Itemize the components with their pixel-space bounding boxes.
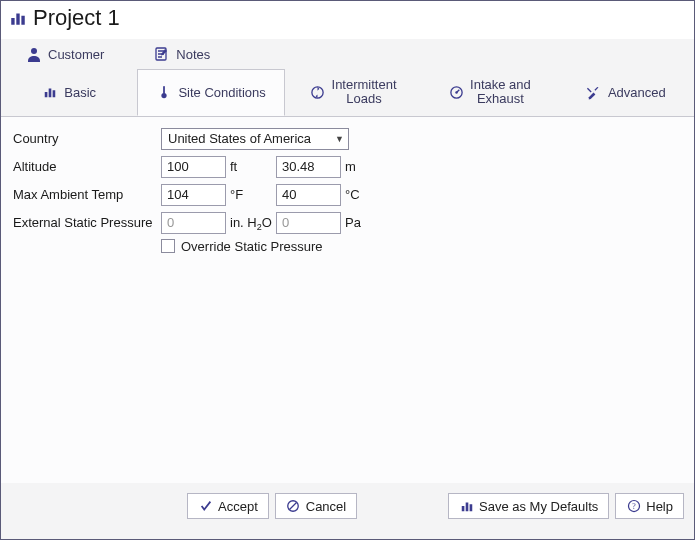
footer: Accept Cancel Save as My Defaults ? Help	[1, 483, 694, 539]
header: Project 1	[1, 1, 694, 39]
notes-icon	[154, 46, 170, 62]
tools-icon	[586, 84, 602, 100]
svg-rect-16	[469, 504, 472, 511]
unit-f: °F	[226, 187, 276, 202]
tab-intermittent-loads[interactable]: Intermittent Loads	[285, 69, 421, 116]
unit-m: m	[341, 159, 391, 174]
unit-ft: ft	[226, 159, 276, 174]
help-label: Help	[646, 499, 673, 514]
tab-notes[interactable]: Notes	[129, 39, 235, 69]
row-override: Override Static Pressure	[161, 239, 682, 254]
cancel-button[interactable]: Cancel	[275, 493, 357, 519]
tab-intake-label: Intake and Exhaust	[470, 78, 531, 107]
tab-site-conditions[interactable]: Site Conditions	[137, 69, 284, 116]
svg-rect-5	[45, 92, 48, 97]
svg-point-9	[162, 93, 167, 98]
ext-static-inh2o-input[interactable]: 0	[161, 212, 226, 234]
project-settings-window: Project 1 Customer Notes Basic	[0, 0, 695, 540]
help-icon: ?	[626, 499, 641, 514]
svg-rect-1	[16, 14, 19, 25]
tab-site-conditions-label: Site Conditions	[178, 85, 265, 100]
tab-basic-label: Basic	[64, 85, 96, 100]
person-icon	[26, 46, 42, 62]
max-ambient-f-input[interactable]: 104	[161, 184, 226, 206]
gauge-icon	[448, 84, 464, 100]
tab-advanced[interactable]: Advanced	[558, 69, 694, 116]
tab-basic[interactable]: Basic	[1, 69, 137, 116]
svg-rect-15	[465, 503, 468, 512]
country-value: United States of America	[168, 131, 311, 146]
accept-label: Accept	[218, 499, 258, 514]
svg-rect-6	[49, 89, 52, 98]
tab-notes-label: Notes	[176, 47, 210, 62]
row-altitude: Altitude 100 ft 30.48 m	[13, 155, 682, 179]
help-button[interactable]: ? Help	[615, 493, 684, 519]
altitude-m-input[interactable]: 30.48	[276, 156, 341, 178]
ext-static-pa-input[interactable]: 0	[276, 212, 341, 234]
label-altitude: Altitude	[13, 159, 161, 174]
altitude-ft-input[interactable]: 100	[161, 156, 226, 178]
svg-rect-14	[461, 506, 464, 511]
accept-button[interactable]: Accept	[187, 493, 269, 519]
save-defaults-label: Save as My Defaults	[479, 499, 598, 514]
unit-inh2o: in. H2O	[226, 215, 276, 230]
row-ext-static: External Static Pressure 0 in. H2O 0 Pa	[13, 211, 682, 235]
unit-c: °C	[341, 187, 391, 202]
bars-small-icon	[42, 84, 58, 100]
tab-advanced-label: Advanced	[608, 85, 666, 100]
page-title: Project 1	[33, 5, 120, 31]
country-select[interactable]: United States of America ▼	[161, 128, 349, 150]
svg-rect-7	[53, 91, 56, 98]
label-ext-static: External Static Pressure	[13, 215, 161, 230]
cancel-label: Cancel	[306, 499, 346, 514]
unit-pa: Pa	[341, 215, 391, 230]
tab-intake-exhaust[interactable]: Intake and Exhaust	[421, 69, 557, 116]
thermometer-icon	[156, 84, 172, 100]
override-static-label: Override Static Pressure	[181, 239, 323, 254]
check-icon	[198, 499, 213, 514]
tab-customer[interactable]: Customer	[1, 39, 129, 69]
svg-rect-0	[11, 18, 14, 25]
override-static-checkbox[interactable]	[161, 239, 175, 253]
cycle-icon	[310, 84, 326, 100]
max-ambient-c-input[interactable]: 40	[276, 184, 341, 206]
label-country: Country	[13, 131, 161, 146]
bars-save-icon	[459, 499, 474, 514]
svg-point-12	[455, 91, 457, 93]
svg-point-3	[31, 48, 37, 54]
main-tabs: Basic Site Conditions Intermittent Loads…	[1, 69, 694, 117]
svg-rect-2	[21, 16, 24, 25]
top-tabs: Customer Notes	[1, 39, 694, 69]
row-country: Country United States of America ▼	[13, 127, 682, 151]
site-conditions-panel: Country United States of America ▼ Altit…	[1, 116, 694, 483]
bars-icon	[9, 9, 27, 27]
tab-customer-label: Customer	[48, 47, 104, 62]
svg-text:?: ?	[632, 502, 636, 511]
cancel-icon	[286, 499, 301, 514]
chevron-down-icon: ▼	[335, 134, 344, 144]
row-max-ambient: Max Ambient Temp 104 °F 40 °C	[13, 183, 682, 207]
label-max-ambient: Max Ambient Temp	[13, 187, 161, 202]
tab-intermittent-label: Intermittent Loads	[332, 78, 397, 107]
save-defaults-button[interactable]: Save as My Defaults	[448, 493, 609, 519]
svg-rect-8	[164, 86, 166, 94]
